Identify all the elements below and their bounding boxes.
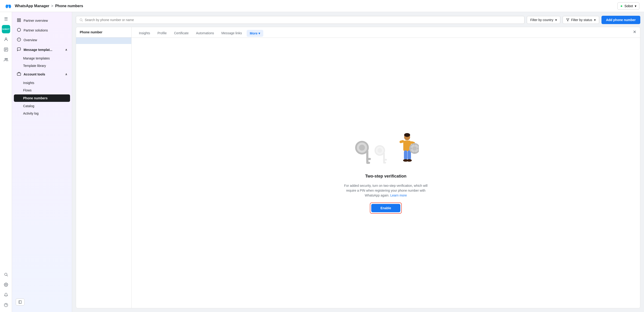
nav-item-overview[interactable]: Overview — [12, 35, 72, 45]
search-input-wrap[interactable] — [76, 16, 524, 24]
activity-log-nav-label: Activity log — [23, 112, 38, 115]
tab-automations[interactable]: Automations — [192, 29, 218, 38]
more-tab-chevron: ▾ — [258, 32, 260, 35]
tab-profile[interactable]: Profile — [154, 29, 170, 38]
detail-panel: ✕ Insights Profile Certificate Automatio… — [132, 27, 640, 308]
svg-rect-50 — [410, 148, 412, 149]
message-templates-icon — [17, 47, 21, 52]
person-nav-icon[interactable] — [2, 35, 10, 44]
nav-sub-template-library[interactable]: Template library — [12, 62, 72, 69]
svg-rect-36 — [383, 162, 386, 164]
svg-rect-31 — [366, 162, 370, 164]
tab-profile-label: Profile — [158, 31, 167, 35]
tab-insights[interactable]: Insights — [135, 29, 154, 38]
phone-list-item[interactable] — [76, 38, 131, 44]
nav-sub-flows[interactable]: Flows — [12, 87, 72, 94]
svg-point-24 — [80, 19, 82, 21]
svg-rect-34 — [383, 152, 385, 163]
partner-overview-icon — [17, 18, 21, 23]
nav-item-partner-solutions[interactable]: Partner solutions — [12, 26, 72, 35]
tab-insights-label: Insights — [139, 31, 150, 35]
more-tab-label: More — [250, 32, 258, 35]
svg-rect-30 — [366, 158, 371, 160]
search-filter-bar: Filter by country ▾ Filter by status ▾ A… — [76, 16, 640, 24]
menu-toggle[interactable]: ☰ — [2, 15, 10, 23]
nav-sub-activity-log[interactable]: Activity log — [12, 110, 72, 117]
notes-nav-icon[interactable] — [2, 45, 10, 54]
tab-more-button[interactable]: More ▾ — [247, 30, 263, 37]
main-content: Filter by country ▾ Filter by status ▾ A… — [72, 12, 644, 312]
svg-point-45 — [406, 159, 412, 162]
people-nav-icon[interactable] — [2, 56, 10, 64]
account-menu[interactable]: ● Sobot ▾ — [618, 2, 640, 10]
illustration — [353, 132, 419, 167]
detail-close-button[interactable]: ✕ — [633, 30, 636, 34]
panel-area: Phone number ✕ Insights Profile — [76, 27, 640, 308]
tab-automations-label: Automations — [196, 31, 214, 35]
account-chevron: ▾ — [635, 4, 636, 8]
person-icon — [4, 37, 8, 42]
nav-section-account-tools[interactable]: Account tools ∧ — [12, 69, 72, 79]
svg-point-11 — [5, 284, 6, 285]
collapse-icon — [18, 300, 22, 304]
help-nav-icon[interactable] — [2, 301, 10, 309]
phone-list-header-label: Phone number — [80, 30, 102, 34]
nav-sub-phone-numbers[interactable]: Phone numbers — [14, 94, 70, 102]
message-templates-label: Message templat... — [24, 48, 52, 52]
tab-certificate-label: Certificate — [174, 31, 188, 35]
svg-rect-21 — [17, 73, 21, 75]
whatsapp-icon: ● — [620, 4, 623, 8]
nav-sub-manage-templates[interactable]: Manage templates — [12, 55, 72, 62]
filter-country-select[interactable]: Filter by country ▾ — [527, 16, 560, 24]
svg-point-9 — [4, 273, 7, 276]
collapse-sidebar-button[interactable] — [16, 298, 24, 305]
search-nav-icon[interactable] — [2, 270, 10, 279]
svg-point-8 — [6, 58, 8, 60]
phone-list-header: Phone number — [76, 27, 131, 38]
insights-nav-label: Insights — [23, 81, 34, 85]
nav-section-message-templates[interactable]: Message templat... ∧ — [12, 45, 72, 55]
svg-point-47 — [412, 146, 416, 150]
svg-line-25 — [82, 21, 83, 22]
svg-rect-49 — [414, 151, 415, 154]
enable-button-label: Enable — [380, 206, 391, 210]
account-label: Sobot — [624, 4, 633, 8]
nav-item-partner-overview[interactable]: Partner overview — [12, 16, 72, 26]
verification-desc-text: For added security, turn on two-step ver… — [344, 184, 428, 197]
enable-button[interactable]: Enable — [371, 204, 400, 212]
partner-solutions-label: Partner solutions — [24, 29, 48, 32]
bell-nav-icon[interactable] — [2, 291, 10, 299]
search-input[interactable] — [85, 18, 521, 22]
svg-line-10 — [7, 275, 8, 276]
sobot-badge[interactable]: SOBOT — [2, 25, 10, 33]
filter-status-label: Filter by status — [571, 18, 592, 22]
learn-more-link[interactable]: Learn more — [390, 194, 407, 197]
svg-point-33 — [377, 148, 382, 153]
svg-point-7 — [5, 58, 6, 60]
svg-rect-48 — [414, 143, 415, 145]
tab-message-links[interactable]: Message links — [218, 29, 246, 38]
hamburger-icon: ☰ — [4, 17, 8, 22]
svg-rect-51 — [417, 148, 418, 149]
message-templates-chevron: ∧ — [65, 48, 67, 51]
app-title: WhatsApp Manager — [15, 4, 49, 8]
nav-sub-insights[interactable]: Insights — [12, 79, 72, 87]
add-phone-number-button[interactable]: Add phone number — [602, 16, 640, 24]
settings-nav-icon[interactable] — [2, 280, 10, 289]
template-library-label: Template library — [23, 64, 46, 68]
partner-overview-label: Partner overview — [24, 19, 48, 23]
help-icon — [4, 303, 8, 307]
search-icon-input — [79, 18, 83, 22]
filter-country-chevron: ▾ — [555, 18, 557, 22]
filter-icon — [566, 18, 569, 22]
account-tools-icon — [17, 72, 21, 77]
nav-sidebar: Partner overview Partner solutions Overv… — [12, 12, 72, 312]
tab-message-links-label: Message links — [222, 31, 242, 35]
svg-rect-35 — [383, 159, 387, 161]
tab-certificate[interactable]: Certificate — [170, 29, 192, 38]
enable-button-wrapper: Enable — [370, 203, 402, 214]
icon-sidebar: ☰ SOBOT — [0, 12, 12, 312]
meta-logo — [4, 2, 12, 10]
nav-sub-catalog[interactable]: Catalog — [12, 102, 72, 110]
filter-status-select[interactable]: Filter by status ▾ — [563, 16, 599, 24]
